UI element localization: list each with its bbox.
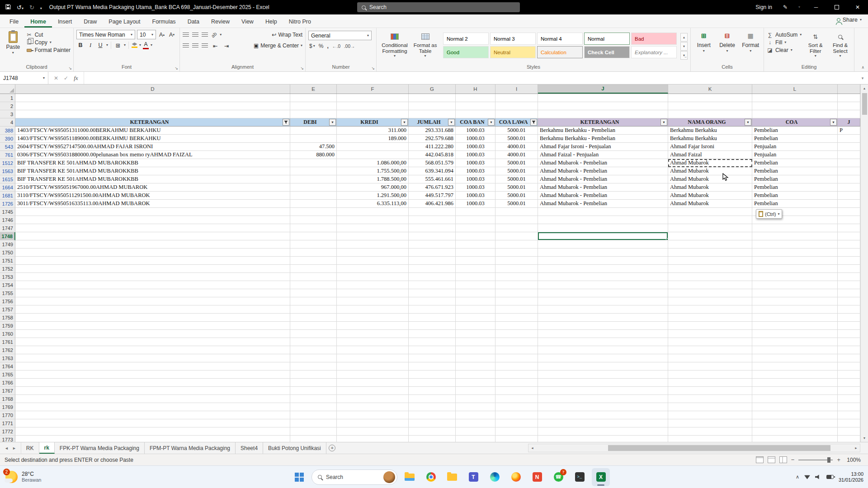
- cell[interactable]: [290, 362, 337, 371]
- cell[interactable]: [538, 240, 668, 249]
- cell[interactable]: 5000.01: [495, 135, 538, 143]
- cell[interactable]: [752, 273, 838, 281]
- increase-indent-icon[interactable]: ⇥: [222, 42, 231, 50]
- cell[interactable]: [337, 387, 409, 395]
- row-header-1681[interactable]: 1681: [0, 192, 15, 200]
- cell[interactable]: [495, 362, 538, 371]
- cell[interactable]: [456, 305, 495, 314]
- cell[interactable]: [752, 371, 838, 379]
- paste-button[interactable]: Paste ▾: [3, 30, 24, 64]
- cell[interactable]: P: [838, 127, 860, 135]
- cell[interactable]: 4000.01: [495, 143, 538, 151]
- cell[interactable]: [752, 232, 838, 240]
- row-header-1750[interactable]: 1750: [0, 249, 15, 257]
- cell[interactable]: [838, 362, 860, 371]
- format-cells-button[interactable]: ▦ Format▾: [740, 30, 761, 64]
- cell[interactable]: [752, 240, 838, 249]
- cell[interactable]: 1000.03: [456, 127, 495, 135]
- cell[interactable]: 189.000: [337, 135, 409, 143]
- ribbon-tab-help[interactable]: Help: [259, 16, 283, 28]
- cell[interactable]: [668, 297, 752, 305]
- cell[interactable]: [15, 281, 290, 289]
- cell[interactable]: [15, 411, 290, 419]
- cell[interactable]: Pembelian: [752, 192, 838, 200]
- cell[interactable]: 1000.03: [456, 143, 495, 151]
- cell[interactable]: [538, 281, 668, 289]
- cell[interactable]: Penjualan: [752, 143, 838, 151]
- cell[interactable]: [752, 289, 838, 297]
- cell[interactable]: [456, 216, 495, 224]
- cell[interactable]: [15, 297, 290, 305]
- cell[interactable]: [752, 403, 838, 411]
- filter-header-cell[interactable]: JUMLAH▼: [409, 118, 456, 127]
- cell[interactable]: [290, 175, 337, 183]
- ribbon-display-options-icon[interactable]: ▾: [793, 0, 806, 14]
- cell[interactable]: [290, 427, 337, 436]
- cell[interactable]: [15, 240, 290, 249]
- cell[interactable]: [752, 379, 838, 387]
- cell[interactable]: [456, 419, 495, 427]
- cell[interactable]: [337, 305, 409, 314]
- cell[interactable]: [290, 183, 337, 192]
- cell[interactable]: [838, 216, 860, 224]
- cell[interactable]: 1000.03: [456, 159, 495, 167]
- cell[interactable]: 568.051.579: [409, 159, 456, 167]
- cell[interactable]: [838, 305, 860, 314]
- cell[interactable]: 476.671.923: [409, 183, 456, 192]
- cell[interactable]: [409, 419, 456, 427]
- column-header-J[interactable]: J: [538, 84, 668, 94]
- cell[interactable]: [409, 403, 456, 411]
- cell[interactable]: 880.000: [290, 151, 337, 159]
- cell[interactable]: Ahmad Mubarok - Pembelian: [538, 200, 668, 208]
- cell-style-explanatory-[interactable]: Explanatory ...: [631, 46, 677, 58]
- column-header-F[interactable]: F: [337, 84, 409, 94]
- search-box[interactable]: Search: [357, 2, 520, 12]
- cell[interactable]: [838, 281, 860, 289]
- cell[interactable]: [456, 249, 495, 257]
- cell[interactable]: [409, 346, 456, 354]
- cell[interactable]: Ahmad Mubarok - Pembelian: [538, 159, 668, 167]
- cell[interactable]: [15, 249, 290, 257]
- cell[interactable]: [495, 330, 538, 338]
- cell[interactable]: [15, 305, 290, 314]
- cell[interactable]: [752, 305, 838, 314]
- cell[interactable]: [495, 354, 538, 362]
- cell[interactable]: [495, 216, 538, 224]
- cell[interactable]: [337, 354, 409, 362]
- column-header-K[interactable]: K: [668, 84, 752, 94]
- cell[interactable]: [409, 257, 456, 265]
- borders-button[interactable]: ⊞: [114, 41, 122, 49]
- cell[interactable]: [838, 200, 860, 208]
- cell[interactable]: Ahmad Mubarok - Pembelian: [538, 192, 668, 200]
- filter-dropdown-icon[interactable]: ▼: [401, 119, 408, 126]
- cell[interactable]: [15, 289, 290, 297]
- cell[interactable]: Ahmad Fajar Isroni: [668, 143, 752, 151]
- fill-button[interactable]: ↓Fill▾: [767, 39, 802, 46]
- cell[interactable]: [337, 314, 409, 322]
- cell[interactable]: [538, 427, 668, 436]
- cell[interactable]: 3011/FTSCY/WS950516335113.00AHMAD MUBARO…: [15, 200, 290, 208]
- cell[interactable]: [337, 289, 409, 297]
- cell[interactable]: [838, 379, 860, 387]
- row-header-1764[interactable]: 1764: [0, 362, 15, 371]
- cell[interactable]: [337, 151, 409, 159]
- row-header-1763[interactable]: 1763: [0, 354, 15, 362]
- expand-formula-bar-icon[interactable]: ▾: [857, 72, 868, 84]
- cell[interactable]: [538, 362, 668, 371]
- cell[interactable]: 1000.03: [456, 200, 495, 208]
- cell[interactable]: [290, 354, 337, 362]
- cell[interactable]: [838, 192, 860, 200]
- cell[interactable]: [290, 338, 337, 346]
- tray-chevron-icon[interactable]: ∧: [796, 474, 799, 480]
- insert-cells-button[interactable]: ⊞ Insert▾: [693, 30, 714, 64]
- formula-input[interactable]: [84, 72, 857, 84]
- cell[interactable]: [15, 403, 290, 411]
- cell[interactable]: [538, 411, 668, 419]
- cell[interactable]: [668, 281, 752, 289]
- cell[interactable]: [495, 411, 538, 419]
- filter-header-cell[interactable]: J: [838, 118, 860, 127]
- row-header-1772[interactable]: 1772: [0, 427, 15, 436]
- cell[interactable]: [495, 305, 538, 314]
- cell[interactable]: 1000.03: [456, 167, 495, 175]
- cell[interactable]: [538, 265, 668, 273]
